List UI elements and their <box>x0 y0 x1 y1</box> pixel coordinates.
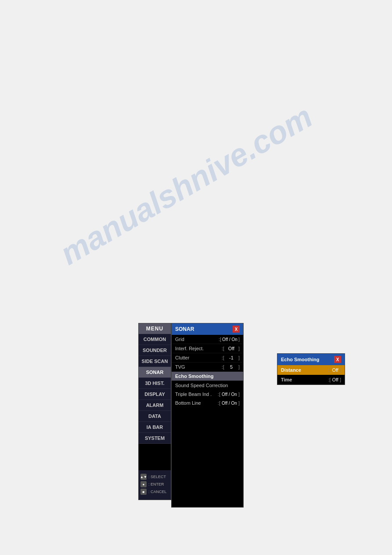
time-value: Off <box>332 377 338 382</box>
time-label: Time <box>281 377 292 382</box>
sonar-row-clutter[interactable]: Clutter :[ -1 ] <box>172 353 243 363</box>
sonar-header: SONAR X <box>172 323 243 335</box>
footer-cancel: ■ : CANCEL <box>140 489 169 495</box>
arrows-icon: ▲▼ <box>140 474 147 480</box>
ui-container: MENU COMMON SOUNDER SIDE SCAN SONAR 3D H… <box>138 323 244 508</box>
sidebar-item-display[interactable]: DISPLAY <box>139 389 171 400</box>
sidebar-item-3d-hist[interactable]: 3D HIST. <box>139 378 171 389</box>
sonar-close-button[interactable]: X <box>233 326 240 333</box>
menu-sidebar: MENU COMMON SOUNDER SIDE SCAN SONAR 3D H… <box>138 323 171 500</box>
triple-beam-row[interactable]: Triple Beam Ind . :[ Off / On ] <box>172 390 243 399</box>
sonar-row-interf-reject[interactable]: Interf. Reject. :[ Off ] <box>172 344 243 353</box>
bottom-line-value: Off / On <box>222 401 237 406</box>
grid-value: Off / On <box>222 337 237 342</box>
grid-label: Grid <box>175 337 184 342</box>
echo-smoothing-label-text: Echo Smoothing <box>175 374 213 379</box>
echo-popup-row-distance[interactable]: Distance :[ Off ] <box>277 365 345 375</box>
sound-speed-row[interactable]: Sound Speed Correction <box>172 381 243 390</box>
echo-popup-header: Echo Smoothing X <box>277 354 345 365</box>
enter-icon: ● <box>140 481 147 487</box>
echo-smoothing-row[interactable]: Echo Smoothing <box>172 372 243 381</box>
distance-label: Distance <box>281 367 301 373</box>
echo-popup-close-button[interactable]: X <box>334 356 341 363</box>
interf-reject-value: Off <box>225 346 237 351</box>
distance-value: Off <box>332 367 338 373</box>
clutter-value: -1 <box>225 355 237 360</box>
sidebar-item-alarm[interactable]: ALARM <box>139 400 171 411</box>
sidebar-item-sonar[interactable]: SONAR <box>139 367 171 378</box>
menu-footer: ▲▼ : SELECT ● : ENTER ■ : CANCEL <box>139 470 171 500</box>
watermark: manualshnive.com <box>54 98 318 272</box>
bottom-line-row[interactable]: Bottom Line :[ Off / On ] <box>172 399 243 407</box>
footer-enter: ● : ENTER <box>140 481 169 487</box>
interf-reject-label: Interf. Reject. <box>175 346 204 351</box>
tvg-value: 5 <box>225 364 237 370</box>
echo-popup-row-time[interactable]: Time :[ Off ] <box>277 375 345 385</box>
bottom-line-label: Bottom Line <box>175 400 201 406</box>
sonar-row-grid[interactable]: Grid :[ Off / On ] <box>172 335 243 344</box>
menu-header: MENU <box>139 323 171 334</box>
sidebar-item-ia-bar[interactable]: IA BAR <box>139 422 171 433</box>
sidebar-item-sounder[interactable]: SOUNDER <box>139 345 171 356</box>
triple-beam-value: Off / On <box>222 392 237 397</box>
sonar-title: SONAR <box>175 326 194 332</box>
sound-speed-label: Sound Speed Correction <box>175 383 228 388</box>
sidebar-item-data[interactable]: DATA <box>139 411 171 422</box>
footer-select: ▲▼ : SELECT <box>140 474 169 480</box>
sidebar-item-common[interactable]: COMMON <box>139 334 171 345</box>
sonar-row-tvg[interactable]: TVG :[ 5 ] <box>172 363 243 372</box>
sidebar-item-system[interactable]: SYSTEM <box>139 433 171 444</box>
echo-popup-title: Echo Smoothing <box>281 357 319 362</box>
clutter-label: Clutter <box>175 355 189 360</box>
triple-beam-label: Triple Beam Ind . <box>175 392 212 397</box>
sonar-panel: SONAR X Grid :[ Off / On ] Interf. Rejec… <box>171 323 244 508</box>
tvg-label: TVG <box>175 364 185 370</box>
sidebar-item-side-scan[interactable]: SIDE SCAN <box>139 356 171 367</box>
echo-smoothing-popup: Echo Smoothing X Distance :[ Off ] Time … <box>277 353 345 385</box>
cancel-icon: ■ <box>140 489 147 495</box>
